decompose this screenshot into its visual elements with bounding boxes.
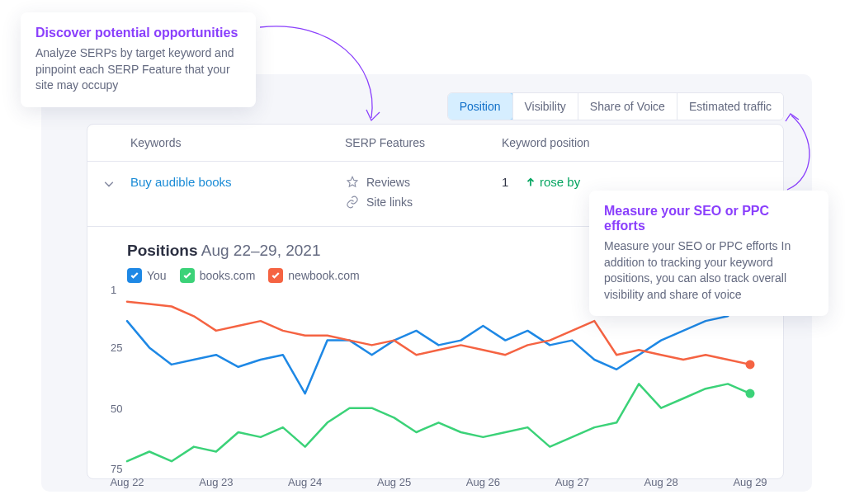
col-keyword-position: Keyword position xyxy=(502,136,783,149)
link-icon xyxy=(345,195,360,210)
callout-title: Discover potential opportunities xyxy=(35,26,241,40)
tab-share-of-voice[interactable]: Share of Voice xyxy=(578,93,677,120)
col-keywords: Keywords xyxy=(130,136,345,149)
legend-item-you[interactable]: You xyxy=(127,268,167,283)
y-tick-label: 1 xyxy=(111,284,116,296)
legend-label: newbook.com xyxy=(288,269,359,282)
position-trend-text: rose by xyxy=(540,175,580,189)
position-value: 1 xyxy=(502,175,515,189)
callout-title: Measure your SEO or PPC efforts xyxy=(604,204,814,233)
y-tick-label: 25 xyxy=(111,341,122,354)
serp-feature-label: Reviews xyxy=(366,176,410,189)
legend-label: books.com xyxy=(200,269,256,282)
y-tick-label: 75 xyxy=(111,463,122,475)
svg-point-1 xyxy=(746,389,755,398)
callout-body: Measure your SEO or PPC efforts In addit… xyxy=(604,238,814,303)
tab-visibility[interactable]: Visibility xyxy=(512,93,578,120)
metric-tabs: Position Visibility Share of Voice Estim… xyxy=(447,92,784,120)
position-trend: rose by xyxy=(525,175,580,189)
arrow-up-icon xyxy=(525,177,536,188)
keyword-link[interactable]: Buy audible books xyxy=(130,175,232,189)
x-tick-label: Aug 28 xyxy=(644,476,678,488)
checkbox-icon xyxy=(180,268,195,283)
serp-feature-sitelinks: Site links xyxy=(345,195,502,210)
y-tick-label: 50 xyxy=(111,402,122,414)
callout-body: Analyze SERPs by target keyword and pinp… xyxy=(35,45,241,94)
x-tick-label: Aug 29 xyxy=(733,476,767,488)
callout-discover: Discover potential opportunities Analyze… xyxy=(21,12,256,107)
x-tick-label: Aug 23 xyxy=(199,476,233,488)
col-serp-features: SERP Features xyxy=(345,136,502,149)
x-tick-label: Aug 27 xyxy=(555,476,589,488)
legend-item-newbook[interactable]: newbook.com xyxy=(268,268,359,283)
plot-area: 1255075Aug 22Aug 23Aug 24Aug 25Aug 26Aug… xyxy=(127,290,750,472)
x-tick-label: Aug 22 xyxy=(110,476,144,488)
callout-arrow-icon xyxy=(762,111,820,194)
x-tick-label: Aug 24 xyxy=(288,476,322,488)
expand-row-button[interactable] xyxy=(87,175,130,192)
serp-feature-reviews: Reviews xyxy=(345,175,502,190)
star-icon xyxy=(345,175,360,190)
table-header: Keywords SERP Features Keyword position xyxy=(87,125,783,162)
legend-item-books[interactable]: books.com xyxy=(180,268,256,283)
callout-measure: Measure your SEO or PPC efforts Measure … xyxy=(589,191,828,316)
svg-point-2 xyxy=(746,360,755,369)
checkbox-icon xyxy=(127,268,142,283)
checkbox-icon xyxy=(268,268,283,283)
x-tick-label: Aug 26 xyxy=(466,476,500,488)
callout-arrow-icon xyxy=(256,15,404,130)
tab-position[interactable]: Position xyxy=(447,92,513,120)
serp-feature-label: Site links xyxy=(366,195,413,209)
chevron-down-icon xyxy=(103,178,115,190)
x-tick-label: Aug 25 xyxy=(377,476,411,488)
legend-label: You xyxy=(147,269,167,282)
